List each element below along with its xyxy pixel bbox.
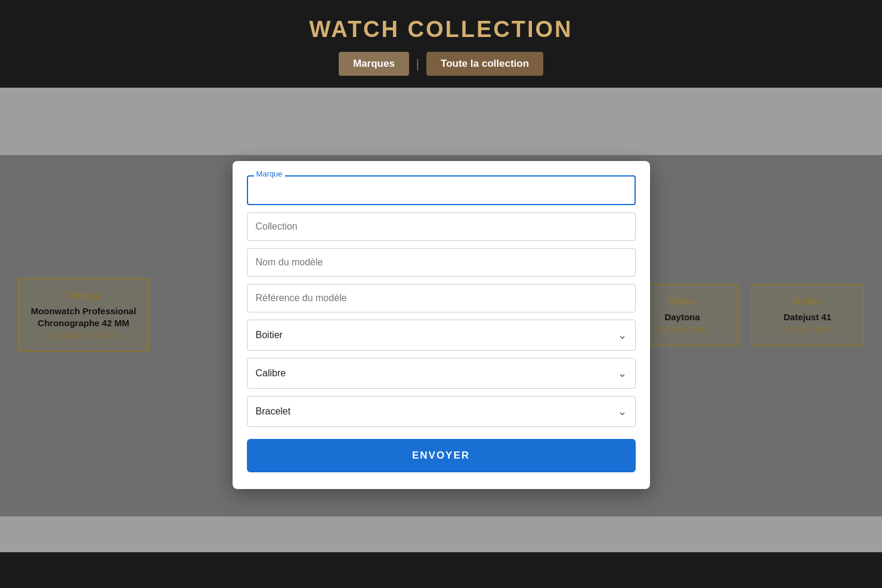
navigation: Marques | Toute la collection (0, 52, 882, 76)
calibre-dropdown[interactable]: Calibre ⌄ (247, 358, 636, 389)
bracelet-dropdown[interactable]: Bracelet ⌄ (247, 396, 636, 427)
boitier-dropdown[interactable]: Boitier ⌄ (247, 320, 636, 351)
calibre-label: Calibre (256, 368, 286, 379)
background-area: Omega Moonwatch Professional Chronograph… (0, 78, 882, 552)
marques-button[interactable]: Marques (339, 52, 409, 76)
reference-input[interactable] (247, 284, 636, 312)
nom-modele-input[interactable] (247, 248, 636, 277)
nom-modele-field (247, 248, 636, 277)
page-header: WATCH COLLECTION Marques | Toute la coll… (0, 0, 882, 88)
bracelet-label: Bracelet (256, 406, 291, 417)
nav-separator: | (416, 57, 419, 71)
page-title: WATCH COLLECTION (0, 17, 882, 42)
submit-button[interactable]: ENVOYER (247, 439, 636, 472)
footer-bar (0, 552, 882, 588)
boitier-chevron-icon: ⌄ (618, 329, 627, 342)
marque-field: Marque (247, 175, 636, 205)
collection-button[interactable]: Toute la collection (426, 52, 543, 76)
collection-field (247, 212, 636, 241)
modal-overlay: Marque Boitier ⌄ Calibre (0, 155, 882, 516)
calibre-chevron-icon: ⌄ (618, 367, 627, 380)
boitier-label: Boitier (256, 330, 283, 341)
bracelet-chevron-icon: ⌄ (618, 405, 627, 418)
collection-input[interactable] (247, 212, 636, 241)
marque-input[interactable] (247, 175, 636, 205)
reference-field (247, 284, 636, 312)
search-modal: Marque Boitier ⌄ Calibre (233, 161, 650, 489)
